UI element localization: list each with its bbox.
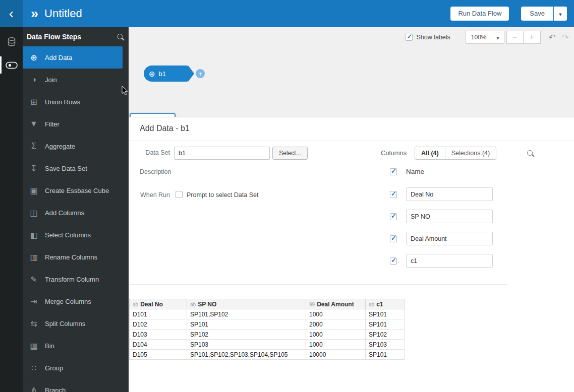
redo-button[interactable]: [562, 33, 569, 42]
column-name-input[interactable]: [406, 187, 493, 201]
table-cell: SP103: [187, 340, 306, 350]
column-type-badge: ab: [369, 302, 374, 307]
sidebar-step-item[interactable]: ↧ Save Data Set: [23, 157, 129, 179]
branch-icon: ⋔: [28, 385, 40, 392]
flow-canvas[interactable]: b1 + Add Data: [129, 47, 574, 117]
column-type-badge: ab: [133, 302, 138, 307]
table-header-cell[interactable]: abSP NO: [187, 299, 306, 309]
column-name-input[interactable]: [406, 254, 493, 268]
table-row[interactable]: D103 SP102 1000 SP102: [130, 330, 405, 340]
sidebar-title: Data Flow Steps: [27, 33, 117, 41]
split-columns-icon: ⇆: [28, 319, 40, 329]
plus-icon: [529, 33, 534, 42]
data-sets-tab[interactable]: [0, 33, 23, 50]
sidebar-step-item[interactable]: ⊞ Union Rows: [23, 91, 129, 113]
app-window: Untitled Run Data Flow Save Dat: [0, 0, 574, 392]
sidebar-step-item[interactable]: ▣ Create Essbase Cube: [23, 179, 129, 202]
column-name-input[interactable]: [406, 232, 493, 245]
columns-label: Columns: [381, 149, 407, 157]
table-cell: SP102: [366, 330, 405, 340]
step-label: Transform Column: [45, 276, 99, 283]
add-step-button[interactable]: +: [196, 69, 205, 78]
select-data-set-button[interactable]: Select...: [272, 147, 308, 160]
add-data-icon: ⊕: [28, 53, 40, 62]
table-cell: SP101: [366, 309, 405, 319]
header-actions: Run Data Flow Save: [450, 7, 567, 21]
sidebar-step-item[interactable]: ◫ Add Columns: [23, 202, 129, 224]
show-labels-checkbox[interactable]: [406, 34, 413, 41]
step-label: Merge Columns: [45, 298, 91, 305]
show-labels-toggle[interactable]: Show labels: [406, 34, 450, 41]
column-checkbox[interactable]: [390, 235, 397, 242]
table-cell: SP101: [366, 350, 405, 360]
column-checkbox[interactable]: [390, 257, 397, 265]
table-row[interactable]: D101 SP101,SP102 1000 SP101: [130, 309, 405, 319]
select-columns-icon: ◧: [28, 230, 40, 240]
sidebar-step-item[interactable]: ▦ Bin: [23, 335, 129, 357]
table-cell: 1000: [306, 340, 366, 350]
table-header-cell[interactable]: abDeal No: [130, 299, 187, 309]
step-label: Create Essbase Cube: [45, 187, 109, 194]
sidebar-step-item[interactable]: ◧ Select Columns: [23, 224, 129, 246]
column-checkbox[interactable]: [390, 213, 397, 220]
sidebar-step-item[interactable]: ⇆ Split Columns: [23, 312, 129, 335]
zoom-out-button[interactable]: [506, 31, 524, 44]
flow-node-b1[interactable]: b1: [144, 66, 188, 82]
save-menu-button[interactable]: [554, 7, 567, 21]
columns-tab[interactable]: All (4): [415, 147, 445, 159]
zoom-value[interactable]: 100%: [466, 31, 492, 43]
add-columns-icon: ◫: [28, 208, 40, 218]
table-header-cell[interactable]: 99Deal Amount: [306, 299, 366, 309]
columns-tab[interactable]: Selections (4): [445, 147, 496, 159]
minus-icon: [512, 33, 517, 42]
sidebar-search-button[interactable]: [117, 32, 123, 41]
sidebar-step-item[interactable]: ▥ Rename Columns: [23, 246, 129, 268]
sidebar-step-item[interactable]: ▼ Filter: [23, 113, 129, 135]
table-cell: D105: [130, 350, 187, 360]
sidebar-step-item[interactable]: ◑ Join: [23, 69, 129, 91]
divider: [130, 284, 508, 285]
when-run-label: When Run: [139, 191, 170, 199]
sidebar-step-item[interactable]: ⇥ Merge Columns: [23, 290, 129, 312]
rename-columns-icon: ▥: [28, 252, 40, 262]
data-flow-tab[interactable]: [0, 56, 23, 74]
columns-search-button[interactable]: [527, 149, 533, 158]
table-row[interactable]: D102 SP101 2000 SP101: [130, 319, 405, 330]
select-all-checkbox[interactable]: [390, 168, 397, 175]
table-row[interactable]: D105 SP101,SP102,SP103,SP104,SP105 10000…: [130, 350, 405, 360]
column-header-label: Deal No: [140, 301, 163, 308]
table-row[interactable]: D104 SP103 1000 SP103: [130, 340, 405, 350]
prompt-checkbox[interactable]: [176, 191, 183, 198]
table-header-cell[interactable]: abc1: [366, 299, 405, 309]
columns-header-row: Name: [390, 168, 493, 175]
left-rail: [0, 27, 23, 392]
canvas-toolbar: Show labels 100%: [129, 27, 574, 47]
union-rows-icon: ⊞: [28, 97, 40, 107]
columns-tabs: All (4) Selections (4): [415, 147, 496, 160]
data-flow-steps-sidebar: Data Flow Steps ⊕ Add Data ◑ Join ⊞: [23, 27, 129, 392]
table-cell: D104: [130, 340, 187, 350]
sidebar-step-item[interactable]: ⋔ Branch: [23, 379, 129, 392]
sidebar-step-item[interactable]: ✎ Transform Column: [23, 268, 129, 290]
show-labels-label: Show labels: [416, 34, 450, 41]
zoom-control: 100%: [466, 31, 504, 44]
step-editor-panel: Add Data - b1 Data Set Select... Descrip…: [129, 117, 574, 392]
sidebar-step-item[interactable]: Σ Aggregate: [23, 135, 129, 157]
zoom-dropdown-button[interactable]: [492, 31, 504, 43]
column-type-badge: 99: [309, 302, 315, 307]
column-name-input[interactable]: [406, 210, 493, 223]
save-button[interactable]: Save: [521, 7, 553, 21]
column-checkbox[interactable]: [390, 191, 397, 198]
run-data-flow-button[interactable]: Run Data Flow: [450, 7, 509, 21]
panel-title: Add Data - b1: [140, 124, 190, 133]
essbase-cube-icon: ▣: [28, 186, 40, 195]
sidebar-step-item[interactable]: ⊕ Add Data: [23, 46, 123, 69]
sidebar-step-item[interactable]: ∷ Group: [23, 357, 129, 379]
step-label: Aggregate: [45, 143, 75, 150]
data-set-input[interactable]: [174, 147, 270, 160]
columns-list: Name: [390, 168, 493, 276]
undo-button[interactable]: [549, 33, 556, 42]
back-button[interactable]: [0, 0, 23, 27]
table-cell: 1000: [306, 309, 366, 319]
zoom-in-button[interactable]: [524, 31, 541, 44]
